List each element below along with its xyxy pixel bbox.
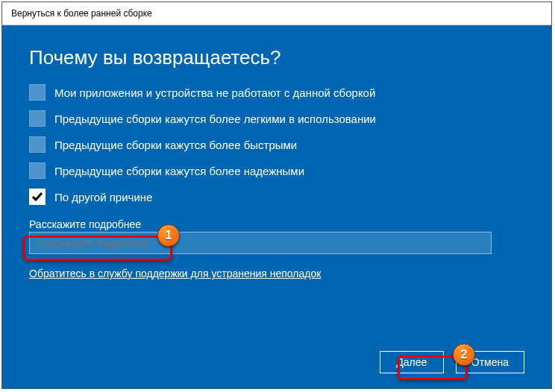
option-apps-devices[interactable]: Мои приложения и устройства не работают … [29,84,524,101]
window-title: Вернуться к более ранней сборке [2,2,551,25]
option-easier[interactable]: Предыдущие сборки кажутся более легкими … [29,110,524,127]
dialog-window: Вернуться к более ранней сборке Почему в… [1,1,552,389]
checkbox-icon[interactable] [29,136,46,153]
next-button[interactable]: Далее [380,351,444,373]
option-label: Мои приложения и устройства не работают … [54,86,375,99]
support-link[interactable]: Обратитесь в службу поддержки для устран… [29,268,321,279]
details-label: Расскажите подробнее [29,218,524,230]
option-label: Предыдущие сборки кажутся более легкими … [54,113,376,125]
option-label: Предыдущие сборки кажутся более надежным… [54,165,304,177]
button-row: Далее Отмена [380,351,524,373]
option-other-reason[interactable]: По другой причине [29,189,524,205]
annotation-badge-1: 1 [157,224,180,247]
option-faster[interactable]: Предыдущие сборки кажутся более быстрыми [29,136,524,153]
checkbox-checked-icon[interactable] [29,189,46,205]
checkmark-icon [31,191,43,203]
page-heading: Почему вы возвращаетесь? [29,46,524,69]
option-reliable[interactable]: Предыдущие сборки кажутся более надежным… [29,162,524,179]
annotation-badge-2: 2 [453,344,475,366]
checkbox-icon[interactable] [29,162,46,179]
details-input[interactable] [29,232,492,254]
checkbox-icon[interactable] [29,84,46,101]
option-label: Предыдущие сборки кажутся более быстрыми [54,139,297,151]
dialog-content: Почему вы возвращаетесь? Мои приложения … [2,25,551,388]
option-label: По другой причине [54,191,152,203]
checkbox-icon[interactable] [29,110,46,127]
